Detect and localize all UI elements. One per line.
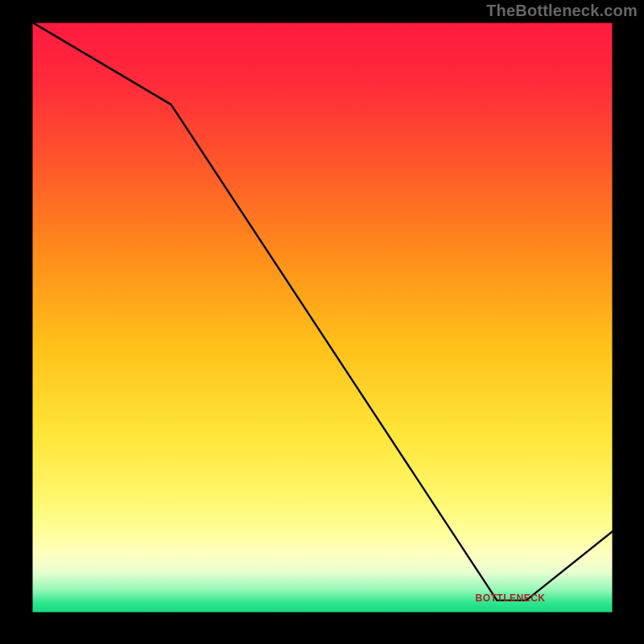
series-label: BOTTLENECK xyxy=(475,592,545,604)
chart-frame: TheBottleneck.com BOTTLENECK xyxy=(0,0,644,644)
chart-gradient-bg xyxy=(31,22,613,613)
watermark-text: TheBottleneck.com xyxy=(486,2,638,20)
bottleneck-chart xyxy=(0,0,644,644)
